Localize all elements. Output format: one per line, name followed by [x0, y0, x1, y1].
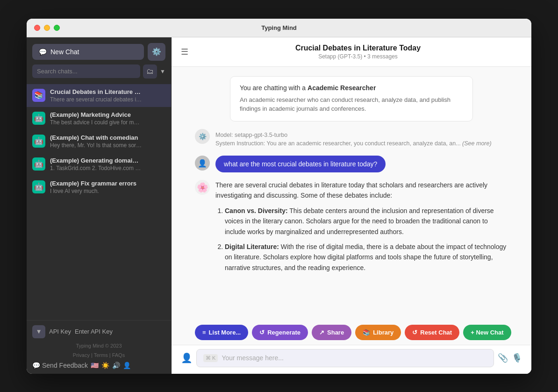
- see-more-link[interactable]: (See more): [462, 140, 492, 147]
- api-key-row: ▼ API Key Enter API Key: [32, 325, 165, 338]
- system-message: ⚙️ Model: setapp-gpt-3.5-turbo System In…: [195, 129, 508, 149]
- flag-icon: 🇺🇸: [91, 362, 99, 369]
- chat-item-title: (Example) Generating domain n...: [50, 157, 142, 164]
- reset-chat-button[interactable]: ↺ Reset Chat: [405, 325, 459, 340]
- chat-item-icon: 🤖: [32, 135, 45, 148]
- chat-item-title: (Example) Fix grammar errors: [50, 180, 142, 187]
- maximize-button[interactable]: [54, 25, 60, 31]
- list-icon: ≡: [202, 329, 206, 336]
- minimize-button[interactable]: [44, 25, 50, 31]
- edit-chat-button[interactable]: ✎: [147, 134, 155, 143]
- paperclip-icon: 📎: [498, 353, 508, 363]
- message-input[interactable]: [222, 354, 487, 362]
- persona-name: Academic Researcher: [308, 84, 376, 92]
- chat-icon: 💬: [39, 48, 47, 56]
- chat-list-item[interactable]: 🤖 (Example) Generating domain n... 1. Ta…: [27, 153, 171, 176]
- edit-chat-button[interactable]: ✎: [147, 180, 155, 189]
- attach-button[interactable]: 📎: [498, 353, 508, 363]
- delete-chat-button[interactable]: 🗑: [157, 180, 165, 189]
- brightness-icon: ☀️: [101, 362, 109, 369]
- chat-list-item[interactable]: 🤖 (Example) Fix grammar errors I love AI…: [27, 176, 171, 199]
- user-button[interactable]: 👤: [123, 362, 131, 369]
- chat-list-item[interactable]: 🤖 (Example) Marketing Advice The best ad…: [27, 107, 171, 130]
- input-user-button[interactable]: 👤: [181, 352, 193, 363]
- action-bar: ≡ List More... ↺ Regenerate ↗ Share 📚 Li…: [172, 320, 531, 345]
- list-more-label: List More...: [209, 329, 241, 336]
- delete-chat-button[interactable]: 🗑: [157, 111, 165, 120]
- copyright-text: Typing Mind © 2023: [32, 343, 165, 349]
- chat-item-icon: 🤖: [32, 112, 45, 125]
- user-message-row: 👤 what are the most crucial debates in l…: [195, 156, 508, 172]
- terms-link[interactable]: Terms: [94, 352, 108, 358]
- chevron-button[interactable]: ▼: [160, 68, 165, 75]
- close-button[interactable]: [34, 25, 40, 31]
- user-message-bubble: what are the most crucial debates in lit…: [215, 156, 386, 172]
- microphone-icon: 🎙️: [512, 353, 522, 363]
- new-chat-label: New Chat: [50, 48, 79, 56]
- footer-icons: 💬 Send Feedback 🇺🇸 ☀️ 🔊 👤: [32, 362, 165, 369]
- regenerate-label: Regenerate: [267, 329, 300, 336]
- enter-api-button[interactable]: Enter API Key: [75, 328, 113, 335]
- chat-item-content: (Example) Chat with comedian Hey there, …: [50, 134, 142, 149]
- system-text: Model: setapp-gpt-3.5-turbo System Instr…: [215, 129, 492, 149]
- chat-list-item[interactable]: 🤖 (Example) Chat with comedian Hey there…: [27, 130, 171, 153]
- chat-item-title: (Example) Chat with comedian: [50, 134, 142, 141]
- new-chat-button[interactable]: 💬 New Chat: [32, 44, 144, 60]
- chat-subtitle: Setapp (GPT-3.5) • 3 messages: [194, 53, 522, 60]
- share-button[interactable]: ↗ Share: [312, 325, 351, 340]
- api-key-label: API Key: [49, 328, 71, 335]
- new-chat-action-button[interactable]: + New Chat: [463, 325, 511, 340]
- chat-item-title: Crucial Debates in Literature To...: [50, 88, 142, 95]
- feedback-icon: 💬: [32, 362, 40, 369]
- chat-item-preview: 1. TaskGrid.com 2. TodoHive.com 3. ...: [50, 165, 142, 171]
- persona-description: An academic researcher who can conduct r…: [240, 95, 463, 114]
- user-avatar: 👤: [195, 156, 210, 171]
- chat-item-content: (Example) Fix grammar errors I love AI v…: [50, 180, 142, 194]
- input-area: 👤 ⌘ K 📎 🎙️: [172, 345, 531, 374]
- ai-intro: There are several crucial debates in lit…: [215, 180, 508, 201]
- delete-chat-button[interactable]: 🗑: [157, 134, 165, 143]
- delete-chat-button[interactable]: 🗑: [157, 157, 165, 166]
- chat-list: 📚 Crucial Debates in Literature To... Th…: [27, 82, 171, 320]
- list-more-button[interactable]: ≡ List More...: [195, 325, 248, 340]
- hamburger-button[interactable]: ☰: [181, 47, 188, 57]
- traffic-lights: [34, 25, 60, 31]
- collapse-button[interactable]: ▼: [32, 325, 45, 338]
- ai-avatar: 🌸: [195, 180, 210, 195]
- instruction-text: System Instruction: You are an academic …: [215, 139, 492, 148]
- ai-point-1-title: Canon vs. Diversity:: [225, 207, 288, 214]
- delete-chat-button[interactable]: 🗑: [157, 88, 165, 97]
- library-button[interactable]: 📚 Library: [355, 325, 401, 340]
- add-folder-button[interactable]: 🗂: [143, 64, 157, 78]
- flag-button[interactable]: 🇺🇸: [91, 362, 99, 369]
- regenerate-button[interactable]: ↺ Regenerate: [252, 325, 308, 340]
- brightness-button[interactable]: ☀️: [101, 362, 109, 369]
- chat-list-item[interactable]: 📚 Crucial Debates in Literature To... Th…: [27, 84, 171, 107]
- sidebar: 💬 New Chat ⚙️ 🗂 ▼ 📚 Cruci: [27, 37, 172, 374]
- faqs-link[interactable]: FAQs: [112, 352, 125, 358]
- ai-point-2: Digital Literature: With the rise of dig…: [225, 242, 508, 273]
- privacy-link[interactable]: Privacy: [73, 352, 90, 358]
- edit-chat-button[interactable]: ✎: [147, 88, 155, 97]
- settings-button[interactable]: ⚙️: [148, 43, 165, 61]
- hamburger-icon: ☰: [181, 47, 188, 57]
- mic-button[interactable]: 🎙️: [512, 353, 522, 363]
- chat-header: ☰ Crucial Debates in Literature Today Se…: [172, 37, 531, 67]
- search-row: 🗂 ▼: [27, 64, 171, 82]
- chat-item-icon: 📚: [32, 89, 45, 102]
- user-persona-icon: 👤: [181, 353, 193, 363]
- reset-icon: ↺: [412, 329, 417, 336]
- ai-point-2-title: Digital Literature:: [225, 243, 279, 250]
- chat-item-content: (Example) Generating domain n... 1. Task…: [50, 157, 142, 171]
- edit-chat-button[interactable]: ✎: [147, 157, 155, 166]
- chat-area: ☰ Crucial Debates in Literature Today Se…: [172, 37, 531, 374]
- chat-header-info: Crucial Debates in Literature Today Seta…: [194, 44, 522, 60]
- reset-chat-label: Reset Chat: [420, 329, 452, 336]
- chat-item-icon: 🤖: [32, 157, 45, 171]
- volume-button[interactable]: 🔊: [112, 362, 120, 369]
- share-label: Share: [327, 329, 344, 336]
- send-feedback-button[interactable]: 💬 Send Feedback: [32, 362, 88, 369]
- edit-chat-button[interactable]: ✎: [147, 111, 155, 120]
- library-icon: 📚: [363, 329, 370, 336]
- search-input[interactable]: [32, 64, 140, 78]
